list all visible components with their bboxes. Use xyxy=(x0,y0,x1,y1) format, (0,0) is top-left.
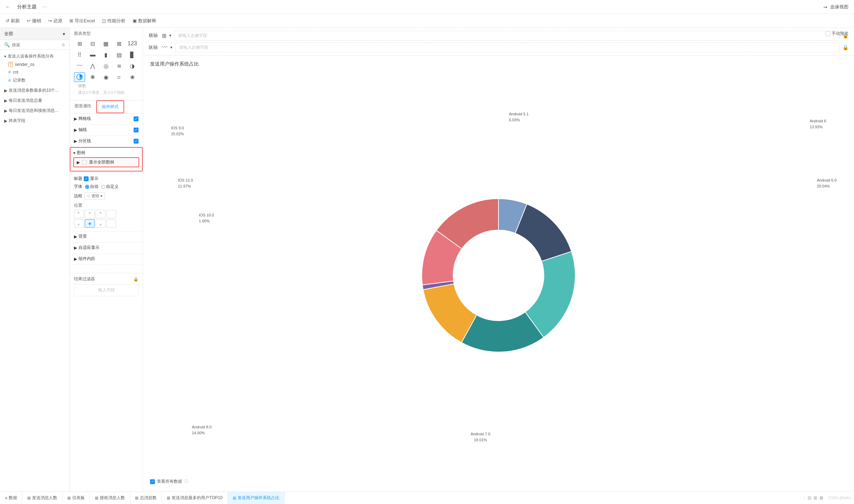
tab-send-count[interactable]: ⊞ 发送消息人数 xyxy=(22,492,62,504)
sidebar-group-4[interactable]: ▶ 每日发送消息和接收消息... xyxy=(0,106,69,115)
prop-bg-header[interactable]: ▶ 背景 xyxy=(74,234,138,239)
x-axis-placeholder[interactable]: 请拖入左侧字段 xyxy=(174,31,840,40)
prop-legend-header[interactable]: ▾ 图例 xyxy=(73,150,139,156)
sidebar-group-1[interactable]: ▾ 发送人设备操作系统分布 xyxy=(0,52,69,61)
chart-icon-table4[interactable]: ⊠ xyxy=(113,39,125,48)
search-input[interactable] xyxy=(12,43,59,47)
view-all-row: ✓ 查看所有数据 ⓘ xyxy=(150,479,188,484)
tab-dashboard[interactable]: ⊞ 仪表板 xyxy=(62,492,90,504)
layout-icon-1[interactable]: ⊟ xyxy=(808,495,811,501)
pos-tl[interactable]: ⌜ xyxy=(74,210,84,218)
pos-mc[interactable]: ◈ xyxy=(85,219,95,228)
sidebar-item-sender_os[interactable]: T sender_os xyxy=(0,61,69,68)
chart-icon-bar-h[interactable]: ▬ xyxy=(87,50,98,60)
axis-line-checkbox[interactable]: ✓ xyxy=(134,128,138,132)
pos-tc[interactable]: ⌃ xyxy=(85,210,95,218)
chart-icon-gauge[interactable]: ◑ xyxy=(127,61,138,71)
tab-top10[interactable]: ⊞ 发送消息最多的用户TOP10 xyxy=(162,492,228,504)
prop-legend: ▾ 图例 ▶ 显示全部图例 xyxy=(70,147,143,171)
expand-icon: ▶ xyxy=(74,116,77,121)
layout-icon-2[interactable]: ⊞ xyxy=(814,495,817,501)
title-checkbox[interactable]: ✓ xyxy=(84,176,89,181)
sidebar-item-records[interactable]: # 记录数 xyxy=(0,76,69,85)
font-custom-radio[interactable]: 自定义 xyxy=(101,184,119,190)
lineage-label[interactable]: 血缘视图 xyxy=(830,4,848,10)
x-axis-row: 横轴 ⊞ ▾ 请拖入左侧字段 🔒 xyxy=(149,31,848,40)
add-search-icon[interactable]: ⊕ xyxy=(61,42,65,47)
top-bar: ← 分析主题 ⋯ ⇝ 血缘视图 xyxy=(0,0,854,14)
prop-grid-header[interactable]: ▶ 网格线 ✓ xyxy=(74,116,138,122)
chart-icon-map[interactable]: ◉ xyxy=(100,72,112,82)
chart-icon-bar-v[interactable]: ▮ xyxy=(100,50,112,60)
chart-icon-line1[interactable]: 〰 xyxy=(74,61,85,71)
grid-line-checkbox[interactable]: ✓ xyxy=(134,116,138,121)
chart-icon-table3[interactable]: ▦ xyxy=(100,39,112,48)
performance-btn[interactable]: ◫ 性能分析 xyxy=(102,18,126,24)
sidebar-item-cnt[interactable]: # cnt xyxy=(0,68,69,76)
chart-icon-tree[interactable]: ❀ xyxy=(127,72,138,82)
undo-icon: ↩ xyxy=(27,18,31,23)
top-bar-right: ⇝ 血缘视图 xyxy=(823,4,848,10)
font-auto-radio[interactable]: 自动 xyxy=(85,184,98,190)
tab-style[interactable]: 组件样式 xyxy=(96,100,124,113)
chart-type-section: 图表类型 ⊞ ⊟ ▦ ⊠ 123 ⠿ ▬ ▮ ▤ ▊ 〰 ⋀ ◎ ≋ ◑ xyxy=(70,28,143,100)
tab-os-ratio[interactable]: ⊞ 发送用户操作系统占比 xyxy=(228,492,285,504)
prop-axis-header[interactable]: ▶ 轴线 ✓ xyxy=(74,127,138,133)
chart-icon-bar-l[interactable]: ▊ xyxy=(127,50,138,60)
chart-icon-scatter[interactable]: ⠿ xyxy=(74,50,85,60)
chart-title: 发送用户操作系统占比 xyxy=(150,61,199,67)
tab-data[interactable]: ≡ 数据 xyxy=(0,492,22,504)
tab-total-msg[interactable]: ⊞ 总消息数 xyxy=(130,492,162,504)
more-icon[interactable]: ⋯ xyxy=(42,4,47,9)
legend-show-all-checkbox[interactable] xyxy=(82,160,87,165)
manual-preview-checkbox[interactable] xyxy=(825,31,830,36)
back-icon[interactable]: ← xyxy=(6,4,10,9)
prop-bg: ▶ 背景 xyxy=(70,231,143,243)
label-ios90: IOS 9.0 15.02% xyxy=(171,125,184,137)
chart-icon-pie2[interactable]: ❋ xyxy=(87,72,98,82)
lineage-icon: ⇝ xyxy=(823,4,827,10)
sidebar-group-5[interactable]: ▶ 跨表字段 xyxy=(0,116,69,125)
legend-sub-item[interactable]: ▶ 显示全部图例 xyxy=(73,157,139,167)
result-filter-dropzone[interactable]: 拖入字段 xyxy=(74,284,138,296)
chart-icon-area[interactable]: ≋ xyxy=(113,61,125,71)
chart-icon-num[interactable]: 123 xyxy=(127,39,138,48)
undo-btn[interactable]: ↩ 撤销 xyxy=(27,18,41,24)
tab-recv-count[interactable]: ⊞ 接收消息人数 xyxy=(90,492,130,504)
label-android51-name: Android 5.1 xyxy=(509,111,529,117)
prop-adaptive-header[interactable]: ▶ 自适应显示 xyxy=(74,245,138,251)
pos-mr[interactable]: ⌟ xyxy=(96,219,105,228)
y-axis-placeholder[interactable]: 请拖入左侧字段 xyxy=(175,43,840,52)
chevron-icon: ▾ xyxy=(4,54,6,59)
sidebar-group-3[interactable]: ▶ 每日发送消息总量 xyxy=(0,96,69,105)
export-excel-btn[interactable]: ⊞ 导出Excel xyxy=(69,18,95,24)
chart-icon-bar-s[interactable]: ▤ xyxy=(113,50,125,60)
chart-icon-table1[interactable]: ⊞ xyxy=(74,39,85,48)
refresh-btn[interactable]: ↺ 刷新 xyxy=(6,18,20,24)
border-select[interactable]: ⊘ 透明 ▾ xyxy=(84,192,105,200)
toolbar: ↺ 刷新 ↩ 撤销 ↪ 还原 ⊞ 导出Excel ◫ 性能分析 ▣ 数据解释 xyxy=(0,14,854,28)
y-axis-dropdown[interactable]: ▾ xyxy=(170,45,172,50)
chart-icon-line2[interactable]: ⋀ xyxy=(87,61,98,71)
chart-icon-table2[interactable]: ⊟ xyxy=(87,39,98,48)
sidebar-dropdown[interactable]: 全部 ▾ xyxy=(0,28,69,40)
prop-region-header[interactable]: ▶ 分区线 ✓ xyxy=(74,138,138,144)
redo-btn[interactable]: ↪ 还原 xyxy=(48,18,62,24)
prop-padding-header[interactable]: ▶ 组件内距 xyxy=(74,256,138,262)
chart-icon-pie[interactable] xyxy=(74,72,85,82)
layout-icon-3[interactable]: ⊠ xyxy=(819,495,823,501)
view-all-checkbox[interactable]: ✓ xyxy=(150,479,155,484)
tab-props[interactable]: 图形属性 xyxy=(70,100,96,113)
data-explain-btn[interactable]: ▣ 数据解释 xyxy=(133,18,156,24)
drag-handle[interactable]: · · · xyxy=(70,265,143,273)
sidebar-group-2[interactable]: ▶ 发送消息条数最多的10个... xyxy=(0,86,69,95)
legend-sub-arrow: ▶ xyxy=(77,160,80,165)
prop-grid-line: ▶ 网格线 ✓ xyxy=(70,114,143,125)
chart-icon-radar[interactable]: ◎ xyxy=(100,61,112,71)
pos-ml[interactable]: ⌞ xyxy=(74,219,84,228)
region-line-checkbox[interactable]: ✓ xyxy=(134,139,138,144)
chart-icon-dots[interactable]: ⠶ xyxy=(113,72,125,82)
label-android70: Android 7.0 18.01% xyxy=(471,431,490,443)
pos-tr[interactable]: ⌝ xyxy=(96,210,105,218)
x-axis-dropdown[interactable]: ▾ xyxy=(169,33,171,38)
